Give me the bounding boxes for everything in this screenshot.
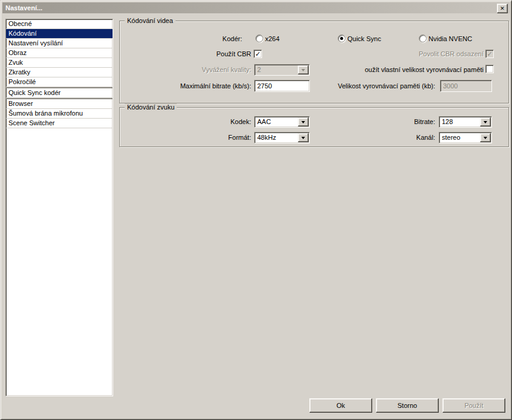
close-icon: ✕ [500,6,505,11]
sidebar-item-scene-switcher[interactable]: Scene Switcher [6,119,113,128]
close-button[interactable]: ✕ [497,4,508,13]
custom-buffer-checkbox[interactable] [485,65,494,73]
apply-button: Použít [442,398,505,413]
custom-buffer-label: oužít vlastní velikost vyrovnávací pamět… [365,65,484,74]
cancel-button[interactable]: Storno [376,398,439,413]
sidebar-item-zkratky[interactable]: Zkratky [6,68,113,77]
chevron-down-icon [484,121,487,125]
chevron-down-icon [301,121,305,125]
sidebar-item-obraz[interactable]: Obraz [6,48,113,58]
ok-button[interactable]: Ok [309,398,372,413]
buffer-size-input [440,80,492,92]
sidebar-item-obecne[interactable]: Obecné [6,19,113,29]
settings-dialog: Nastavení... ✕ Obecné Kódování Nastavení… [0,0,512,420]
use-cbr-label: Použít CBR [217,50,251,58]
dropdown-arrow-button[interactable] [480,133,491,142]
max-bitrate-input[interactable] [254,80,310,92]
radio-nvidia-nvenc-label: Nvidia NVENC [428,34,472,43]
radio-quick-sync[interactable] [338,34,346,42]
sidebar-item-browser[interactable]: Browser [6,98,113,109]
channel-select[interactable]: stereo [439,132,492,143]
dropdown-arrow-button [298,65,309,74]
radio-quick-sync-label: Quick Sync [347,34,381,43]
audio-bitrate-label: Bitrate: [414,117,435,126]
window-title: Nastavení... [2,4,42,11]
codec-label: Kodek: [231,117,251,126]
radio-nvidia-nvenc[interactable] [419,34,427,42]
audio-encoding-group: Kódování zvuku Kodek: AAC Bitrate: 128 F… [119,107,509,147]
format-select[interactable]: 48kHz [254,132,310,143]
quality-balance-label: Vyvážení kvality: [202,65,251,74]
sidebar-item-kodovani[interactable]: Kódování [6,29,113,39]
use-cbr-checkbox[interactable]: ✓ [254,50,262,58]
dropdown-arrow-button[interactable] [480,117,491,126]
sidebar-item-pokrocile[interactable]: Pokročilé [6,77,113,87]
sidebar-item-sumova-brana-mikrofonu[interactable]: Šumová brána mikrofonu [6,109,113,119]
chevron-down-icon [301,69,305,73]
cbr-padding-checkbox: ✓ [485,50,494,58]
radio-x264[interactable] [255,34,263,42]
check-icon: ✓ [255,51,260,57]
max-bitrate-label: Maximální bitrate (kb/s): [180,82,251,90]
channel-label: Kanál: [416,133,435,142]
buffer-size-label: Velikost vyrovnávací paměti (kb): [338,82,435,90]
cbr-padding-label: Povolit CBR odsazení [419,50,484,58]
sidebar-item-nastaveni-vysilani[interactable]: Nastavení vysílání [6,39,113,48]
dropdown-arrow-button[interactable] [298,133,309,142]
dropdown-arrow-button[interactable] [298,117,309,126]
quality-balance-select: 2 [254,64,310,76]
chevron-down-icon [301,137,305,141]
check-icon: ✓ [487,51,492,57]
chevron-down-icon [484,137,487,141]
audio-group-title: Kódování zvuku [125,103,177,111]
video-group-title: Kódování videa [125,17,176,25]
encoder-label: Kodér: [223,34,242,43]
radio-x264-label: x264 [265,34,280,43]
format-label: Formát: [228,133,251,142]
audio-bitrate-select[interactable]: 128 [439,116,492,128]
settings-category-list: Obecné Kódování Nastavení vysílání Obraz… [5,19,113,396]
title-bar[interactable]: Nastavení... ✕ [2,2,510,13]
video-encoding-group: Kódování videa Kodér: x264 Quick Sync Nv… [119,21,509,103]
codec-select[interactable]: AAC [254,116,310,128]
sidebar-item-zvuk[interactable]: Zvuk [6,58,113,68]
sidebar-item-quick-sync-koder[interactable]: Quick Sync kodér [6,87,113,98]
